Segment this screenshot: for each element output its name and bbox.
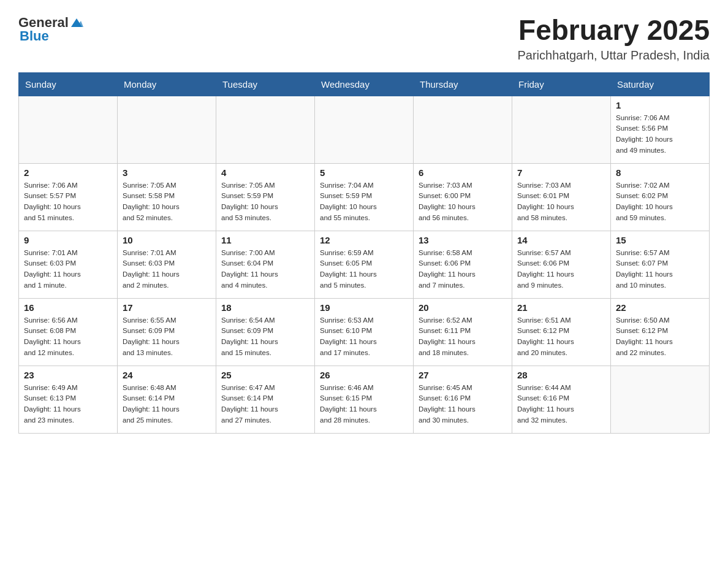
page-header: General Blue February 2025 Parichhatgarh… bbox=[18, 15, 710, 63]
day-info: Sunrise: 6:52 AM Sunset: 6:11 PM Dayligh… bbox=[419, 315, 507, 359]
day-number: 27 bbox=[419, 370, 507, 380]
day-number: 23 bbox=[24, 370, 112, 380]
calendar-cell: 12Sunrise: 6:59 AM Sunset: 6:05 PM Dayli… bbox=[315, 231, 414, 298]
calendar-cell: 7Sunrise: 7:03 AM Sunset: 6:01 PM Daylig… bbox=[512, 163, 611, 231]
calendar-body: 1Sunrise: 7:06 AM Sunset: 5:56 PM Daylig… bbox=[19, 96, 710, 433]
calendar-cell bbox=[19, 96, 118, 163]
day-number: 19 bbox=[320, 302, 408, 313]
header-day-friday: Friday bbox=[512, 72, 611, 96]
day-number: 25 bbox=[221, 370, 309, 380]
week-row-1: 1Sunrise: 7:06 AM Sunset: 5:56 PM Daylig… bbox=[19, 96, 710, 163]
calendar-cell: 9Sunrise: 7:01 AM Sunset: 6:03 PM Daylig… bbox=[19, 231, 118, 298]
day-number: 26 bbox=[320, 370, 408, 380]
calendar-cell bbox=[315, 96, 414, 163]
calendar-cell bbox=[512, 96, 611, 163]
day-info: Sunrise: 7:00 AM Sunset: 6:04 PM Dayligh… bbox=[221, 248, 309, 291]
day-info: Sunrise: 6:55 AM Sunset: 6:09 PM Dayligh… bbox=[123, 315, 211, 359]
location-title: Parichhatgarh, Uttar Pradesh, India bbox=[517, 48, 710, 63]
header-row: SundayMondayTuesdayWednesdayThursdayFrid… bbox=[19, 72, 710, 96]
day-number: 6 bbox=[419, 167, 507, 178]
calendar-cell: 25Sunrise: 6:47 AM Sunset: 6:14 PM Dayli… bbox=[216, 366, 315, 433]
header-day-saturday: Saturday bbox=[611, 72, 710, 96]
header-day-tuesday: Tuesday bbox=[216, 72, 315, 96]
calendar-cell: 28Sunrise: 6:44 AM Sunset: 6:16 PM Dayli… bbox=[512, 366, 611, 433]
calendar-cell: 4Sunrise: 7:05 AM Sunset: 5:59 PM Daylig… bbox=[216, 163, 315, 231]
day-info: Sunrise: 6:48 AM Sunset: 6:14 PM Dayligh… bbox=[123, 383, 211, 426]
day-number: 5 bbox=[320, 167, 408, 178]
calendar-cell: 21Sunrise: 6:51 AM Sunset: 6:12 PM Dayli… bbox=[512, 298, 611, 366]
day-number: 11 bbox=[221, 235, 309, 245]
day-number: 20 bbox=[419, 302, 507, 313]
calendar-header: SundayMondayTuesdayWednesdayThursdayFrid… bbox=[19, 72, 710, 96]
day-info: Sunrise: 6:57 AM Sunset: 6:06 PM Dayligh… bbox=[517, 248, 605, 291]
day-number: 13 bbox=[419, 235, 507, 245]
day-number: 28 bbox=[517, 370, 605, 380]
day-info: Sunrise: 6:54 AM Sunset: 6:09 PM Dayligh… bbox=[221, 315, 309, 359]
logo-icon bbox=[70, 16, 83, 29]
day-number: 2 bbox=[24, 167, 112, 178]
calendar-cell: 23Sunrise: 6:49 AM Sunset: 6:13 PM Dayli… bbox=[19, 366, 118, 433]
day-info: Sunrise: 6:49 AM Sunset: 6:13 PM Dayligh… bbox=[24, 383, 112, 426]
day-number: 10 bbox=[123, 235, 211, 245]
day-number: 3 bbox=[123, 167, 211, 178]
day-info: Sunrise: 7:04 AM Sunset: 5:59 PM Dayligh… bbox=[320, 180, 408, 224]
calendar-cell: 18Sunrise: 6:54 AM Sunset: 6:09 PM Dayli… bbox=[216, 298, 315, 366]
header-day-sunday: Sunday bbox=[19, 72, 118, 96]
calendar-cell: 15Sunrise: 6:57 AM Sunset: 6:07 PM Dayli… bbox=[611, 231, 710, 298]
day-info: Sunrise: 7:02 AM Sunset: 6:02 PM Dayligh… bbox=[616, 180, 704, 224]
day-number: 18 bbox=[221, 302, 309, 313]
day-info: Sunrise: 6:51 AM Sunset: 6:12 PM Dayligh… bbox=[517, 315, 605, 359]
day-info: Sunrise: 6:44 AM Sunset: 6:16 PM Dayligh… bbox=[517, 383, 605, 426]
calendar-cell: 20Sunrise: 6:52 AM Sunset: 6:11 PM Dayli… bbox=[414, 298, 512, 366]
day-info: Sunrise: 6:50 AM Sunset: 6:12 PM Dayligh… bbox=[616, 315, 704, 359]
calendar-cell: 19Sunrise: 6:53 AM Sunset: 6:10 PM Dayli… bbox=[315, 298, 414, 366]
day-number: 16 bbox=[24, 302, 112, 313]
header-day-thursday: Thursday bbox=[414, 72, 512, 96]
day-info: Sunrise: 6:46 AM Sunset: 6:15 PM Dayligh… bbox=[320, 383, 408, 426]
calendar-cell: 26Sunrise: 6:46 AM Sunset: 6:15 PM Dayli… bbox=[315, 366, 414, 433]
day-number: 1 bbox=[616, 100, 704, 110]
header-day-wednesday: Wednesday bbox=[315, 72, 414, 96]
calendar-cell: 10Sunrise: 7:01 AM Sunset: 6:03 PM Dayli… bbox=[118, 231, 216, 298]
day-number: 15 bbox=[616, 235, 704, 245]
calendar-cell: 27Sunrise: 6:45 AM Sunset: 6:16 PM Dayli… bbox=[414, 366, 512, 433]
day-info: Sunrise: 7:01 AM Sunset: 6:03 PM Dayligh… bbox=[24, 248, 112, 291]
logo-blue-text: Blue bbox=[20, 28, 49, 44]
week-row-3: 9Sunrise: 7:01 AM Sunset: 6:03 PM Daylig… bbox=[19, 231, 710, 298]
week-row-5: 23Sunrise: 6:49 AM Sunset: 6:13 PM Dayli… bbox=[19, 366, 710, 433]
calendar-cell: 3Sunrise: 7:05 AM Sunset: 5:58 PM Daylig… bbox=[118, 163, 216, 231]
week-row-2: 2Sunrise: 7:06 AM Sunset: 5:57 PM Daylig… bbox=[19, 163, 710, 231]
day-info: Sunrise: 6:47 AM Sunset: 6:14 PM Dayligh… bbox=[221, 383, 309, 426]
calendar-table: SundayMondayTuesdayWednesdayThursdayFrid… bbox=[18, 72, 710, 434]
calendar-cell: 6Sunrise: 7:03 AM Sunset: 6:00 PM Daylig… bbox=[414, 163, 512, 231]
day-info: Sunrise: 7:03 AM Sunset: 6:00 PM Dayligh… bbox=[419, 180, 507, 224]
calendar-cell: 5Sunrise: 7:04 AM Sunset: 5:59 PM Daylig… bbox=[315, 163, 414, 231]
month-title: February 2025 bbox=[517, 15, 710, 46]
calendar-cell: 8Sunrise: 7:02 AM Sunset: 6:02 PM Daylig… bbox=[611, 163, 710, 231]
header-day-monday: Monday bbox=[118, 72, 216, 96]
title-section: February 2025 Parichhatgarh, Uttar Prade… bbox=[517, 15, 710, 63]
day-number: 12 bbox=[320, 235, 408, 245]
day-info: Sunrise: 7:06 AM Sunset: 5:56 PM Dayligh… bbox=[616, 113, 704, 156]
day-info: Sunrise: 6:53 AM Sunset: 6:10 PM Dayligh… bbox=[320, 315, 408, 359]
day-info: Sunrise: 6:45 AM Sunset: 6:16 PM Dayligh… bbox=[419, 383, 507, 426]
day-number: 8 bbox=[616, 167, 704, 178]
week-row-4: 16Sunrise: 6:56 AM Sunset: 6:08 PM Dayli… bbox=[19, 298, 710, 366]
day-number: 17 bbox=[123, 302, 211, 313]
calendar-cell: 1Sunrise: 7:06 AM Sunset: 5:56 PM Daylig… bbox=[611, 96, 710, 163]
day-info: Sunrise: 6:56 AM Sunset: 6:08 PM Dayligh… bbox=[24, 315, 112, 359]
day-number: 21 bbox=[517, 302, 605, 313]
day-info: Sunrise: 6:58 AM Sunset: 6:06 PM Dayligh… bbox=[419, 248, 507, 291]
day-number: 14 bbox=[517, 235, 605, 245]
calendar-cell: 13Sunrise: 6:58 AM Sunset: 6:06 PM Dayli… bbox=[414, 231, 512, 298]
calendar-cell: 17Sunrise: 6:55 AM Sunset: 6:09 PM Dayli… bbox=[118, 298, 216, 366]
calendar-cell bbox=[414, 96, 512, 163]
calendar-cell: 2Sunrise: 7:06 AM Sunset: 5:57 PM Daylig… bbox=[19, 163, 118, 231]
day-info: Sunrise: 6:57 AM Sunset: 6:07 PM Dayligh… bbox=[616, 248, 704, 291]
day-info: Sunrise: 7:05 AM Sunset: 5:59 PM Dayligh… bbox=[221, 180, 309, 224]
calendar-cell: 24Sunrise: 6:48 AM Sunset: 6:14 PM Dayli… bbox=[118, 366, 216, 433]
calendar-cell: 16Sunrise: 6:56 AM Sunset: 6:08 PM Dayli… bbox=[19, 298, 118, 366]
day-number: 4 bbox=[221, 167, 309, 178]
calendar-cell bbox=[216, 96, 315, 163]
day-number: 9 bbox=[24, 235, 112, 245]
